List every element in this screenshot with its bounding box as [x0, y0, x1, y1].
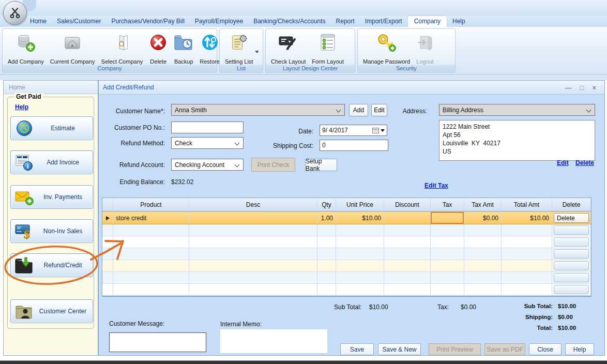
tax-cell[interactable] — [431, 224, 464, 236]
total-amt-cell[interactable] — [502, 284, 552, 295]
setup-bank-button[interactable]: Setup Bank — [305, 159, 337, 171]
ribbon-select-company[interactable]: Select Company — [98, 30, 146, 65]
row-selector-cell[interactable] — [102, 260, 113, 271]
tab-company[interactable]: Company — [407, 16, 447, 27]
tax-amt-cell[interactable] — [464, 284, 502, 295]
qty-cell[interactable] — [317, 224, 336, 236]
internal-memo-input[interactable] — [220, 329, 327, 353]
ribbon-add-company[interactable]: Add Company — [5, 30, 47, 65]
add-customer-button[interactable]: Add — [349, 104, 368, 116]
tax-amt-cell[interactable] — [464, 248, 502, 260]
discount-cell[interactable] — [384, 284, 431, 295]
save-button[interactable]: Save — [340, 343, 374, 355]
sidebar-help-link[interactable]: Help — [15, 103, 28, 111]
desc-cell[interactable] — [189, 248, 317, 260]
tab-import-export[interactable]: Import/Export — [360, 16, 407, 27]
tab-payroll-employee[interactable]: Payroll/Employee — [190, 16, 248, 27]
desc-cell[interactable] — [189, 224, 317, 236]
tax-amt-cell[interactable] — [464, 224, 502, 236]
product-cell[interactable] — [113, 272, 189, 283]
row-selector-cell[interactable] — [102, 236, 113, 248]
total-amt-cell[interactable] — [502, 248, 552, 260]
delete-row-button[interactable] — [554, 249, 589, 259]
qty-cell[interactable] — [317, 260, 336, 271]
app-menu-button[interactable] — [3, 1, 27, 25]
tax-cell[interactable] — [431, 284, 464, 295]
product-cell[interactable] — [113, 248, 189, 260]
edit-tax-link[interactable]: Edit Tax — [424, 182, 448, 189]
total-amt-cell[interactable] — [502, 272, 552, 283]
row-selector-cell[interactable] — [102, 272, 113, 283]
discount-cell[interactable] — [384, 260, 431, 271]
tax-amt-cell[interactable] — [464, 236, 502, 248]
tax-cell[interactable] — [431, 260, 464, 271]
unit-price-cell[interactable] — [336, 260, 384, 271]
tax-cell-focused[interactable] — [431, 212, 464, 224]
discount-cell[interactable] — [384, 236, 431, 248]
sidebar-item-estimate[interactable]: Estimate — [10, 116, 93, 140]
refund-account-select[interactable]: Checking Account — [171, 159, 244, 171]
tab-banking-checks[interactable]: Banking/Checks/Accounts — [248, 16, 330, 27]
sidebar-item-customer-center[interactable]: Customer Center — [10, 299, 93, 323]
tax-cell[interactable] — [431, 236, 464, 248]
refund-method-select[interactable]: Check — [171, 137, 244, 149]
delete-row-button[interactable]: Delete — [554, 213, 589, 223]
edit-customer-button[interactable]: Edit — [371, 104, 387, 116]
shipping-cost-input[interactable]: 0 — [320, 140, 388, 151]
total-amt-cell[interactable] — [502, 260, 552, 271]
ribbon-check-layout[interactable]: Check Layout — [268, 30, 309, 65]
customer-po-input[interactable] — [171, 122, 244, 133]
row-selector-cell[interactable] — [102, 212, 113, 224]
discount-cell[interactable] — [384, 212, 431, 224]
delete-row-button[interactable] — [554, 273, 589, 282]
save-and-new-button[interactable]: Save & New — [378, 343, 421, 355]
address-box[interactable]: 1222 Main Street Apt 56 Louisville KY 40… — [439, 120, 595, 161]
ribbon-delete[interactable]: Delete — [146, 30, 171, 65]
delete-row-button[interactable] — [554, 261, 589, 270]
total-amt-cell[interactable] — [502, 236, 552, 248]
product-cell[interactable] — [113, 284, 189, 295]
tab-purchases-vendor[interactable]: Purchases/Vendor/Pay Bill — [106, 16, 189, 27]
sidebar-item-refund-credit[interactable]: Refund/Credit — [10, 253, 93, 277]
calendar-icon[interactable] — [372, 127, 385, 133]
tax-cell[interactable] — [431, 272, 464, 283]
unit-price-cell[interactable] — [336, 236, 384, 248]
sidebar-item-inv-payments[interactable]: Inv. Payments — [10, 185, 93, 209]
ribbon-backup[interactable]: Backup — [171, 30, 196, 65]
ribbon-form-layout[interactable]: Form Layout — [309, 30, 347, 65]
qty-cell[interactable] — [317, 248, 336, 260]
desc-cell[interactable] — [189, 272, 317, 283]
product-cell[interactable]: store credit — [113, 212, 189, 224]
unit-price-cell[interactable] — [336, 224, 384, 236]
discount-cell[interactable] — [384, 224, 431, 236]
discount-cell[interactable] — [384, 248, 431, 260]
delete-row-button[interactable] — [554, 237, 589, 247]
desc-cell[interactable] — [189, 236, 317, 248]
help-button[interactable]: Help — [565, 343, 594, 355]
desc-cell[interactable] — [189, 212, 317, 224]
total-amt-cell[interactable]: $10.00 — [502, 212, 552, 224]
tab-report[interactable]: Report — [331, 16, 360, 27]
ribbon-setting-list[interactable]: Setting List — [222, 30, 256, 65]
unit-price-cell[interactable]: $10.00 — [336, 212, 384, 224]
row-selector-cell[interactable] — [102, 284, 113, 295]
tax-amt-cell[interactable]: $0.00 — [464, 212, 502, 224]
desc-cell[interactable] — [189, 284, 317, 295]
ribbon-current-company[interactable]: Current Company — [47, 30, 98, 65]
tab-help[interactable]: Help — [447, 16, 471, 27]
delete-row-button[interactable] — [554, 285, 589, 294]
qty-cell[interactable] — [317, 236, 336, 248]
product-cell[interactable] — [113, 236, 189, 248]
unit-price-cell[interactable] — [336, 272, 384, 283]
row-selector-cell[interactable] — [102, 248, 113, 260]
address-delete-link[interactable]: Delete — [575, 159, 594, 166]
product-cell[interactable] — [113, 224, 189, 236]
tab-home[interactable]: Home — [25, 16, 52, 27]
unit-price-cell[interactable] — [336, 248, 384, 260]
row-selector-cell[interactable] — [102, 224, 113, 236]
total-amt-cell[interactable] — [502, 224, 552, 236]
qty-cell[interactable] — [317, 272, 336, 283]
qty-cell[interactable]: 1.00 — [317, 212, 336, 224]
close-icon[interactable]: × — [592, 84, 596, 92]
ribbon-manage-password[interactable]: Manage Password — [360, 30, 413, 65]
